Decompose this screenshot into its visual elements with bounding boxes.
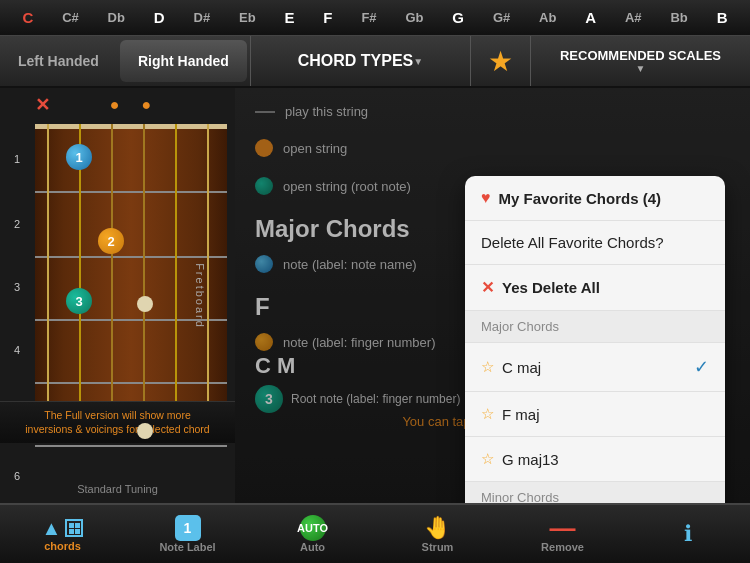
note-Csharp[interactable]: C# xyxy=(58,8,83,27)
open-string-3: ● xyxy=(141,96,151,114)
note-Dsharp[interactable]: D# xyxy=(190,8,215,27)
note-label-text: Note Label xyxy=(159,541,215,553)
toolbar-info[interactable]: ℹ xyxy=(625,521,750,547)
toolbar-note-label[interactable]: 1 Note Label xyxy=(125,515,250,553)
favorites-label: My Favorite Chords (4) xyxy=(499,190,662,207)
major-chords-section-header: Major Chords xyxy=(465,311,725,343)
strum-label: Strum xyxy=(422,541,454,553)
string-G xyxy=(143,124,145,413)
note-Asharp[interactable]: A# xyxy=(621,8,646,27)
fret-4-line xyxy=(35,382,227,384)
dropdown-c-maj[interactable]: ☆ C maj ✓ xyxy=(465,343,725,392)
note-B[interactable]: B xyxy=(713,7,732,28)
dropdown-yes-delete[interactable]: ✕ Yes Delete All xyxy=(465,265,725,311)
star-icon-fmaj: ☆ xyxy=(481,405,494,423)
triangle-icon: ▲ xyxy=(42,517,62,540)
remove-label: Remove xyxy=(541,541,584,553)
fret-label-4: 4 xyxy=(14,344,20,356)
fretboard-vertical-label: Fretboard xyxy=(194,263,206,329)
note-Gb[interactable]: Gb xyxy=(401,8,427,27)
f-maj-label: F maj xyxy=(502,406,540,423)
tab-bar: Left Handed Right Handed CHORD TYPES ★ R… xyxy=(0,36,750,88)
finger-dot-2: 2 xyxy=(98,228,124,254)
mute-string-1: ✕ xyxy=(35,94,50,116)
note-A[interactable]: A xyxy=(581,7,600,28)
recommended-scales-button[interactable]: RECOMMENDED SCALES xyxy=(531,36,750,86)
fret-label-6: 6 xyxy=(14,470,20,482)
promo-banner: The Full version will show moreinversion… xyxy=(0,401,235,443)
hand-icon: 🤚 xyxy=(424,515,451,541)
dropdown-g-maj13[interactable]: ☆ G maj13 xyxy=(465,437,725,482)
minor-chords-section-header: Minor Chords xyxy=(465,482,725,503)
right-panel: play this string open string open string… xyxy=(235,88,750,503)
nut-line xyxy=(35,124,227,129)
string-B xyxy=(175,124,177,413)
string-E-low xyxy=(47,124,49,413)
auto-icon: AUTO xyxy=(300,515,326,541)
toolbar-auto[interactable]: AUTO Auto xyxy=(250,515,375,553)
note-G[interactable]: G xyxy=(448,7,468,28)
promo-text: The Full version will show moreinversion… xyxy=(8,408,227,437)
dropdown-menu: ♥ My Favorite Chords (4) Delete All Favo… xyxy=(465,176,725,503)
delete-all-label: Delete All Favorite Chords? xyxy=(481,234,664,251)
toolbar-strum[interactable]: 🤚 Strum xyxy=(375,515,500,553)
dropdown-favorites[interactable]: ♥ My Favorite Chords (4) xyxy=(465,176,725,221)
fret-label-3: 3 xyxy=(14,281,20,293)
finger-dot-3: 3 xyxy=(66,288,92,314)
string-E-high xyxy=(207,124,209,413)
note-Eb[interactable]: Eb xyxy=(235,8,260,27)
star-icon-gmaj13: ☆ xyxy=(481,450,494,468)
finger-dot-open-3 xyxy=(137,296,153,312)
handedness-tabs: Left Handed Right Handed xyxy=(0,36,251,86)
fret-2-line xyxy=(35,256,227,258)
right-handed-tab[interactable]: Right Handed xyxy=(120,40,247,82)
dropdown-delete-all[interactable]: Delete All Favorite Chords? xyxy=(465,221,725,265)
note-Db[interactable]: Db xyxy=(104,8,129,27)
string-D xyxy=(111,124,113,413)
note-label-icon: 1 xyxy=(175,515,201,541)
auto-label: Auto xyxy=(300,541,325,553)
finger-dot-1: 1 xyxy=(66,144,92,170)
note-D[interactable]: D xyxy=(150,7,169,28)
toolbar-chords[interactable]: ▲ chords xyxy=(0,517,125,552)
minus-icon: — xyxy=(550,515,576,541)
star-icon-cmaj: ☆ xyxy=(481,358,494,376)
favorites-star-button[interactable]: ★ xyxy=(471,36,531,86)
chord-types-button[interactable]: CHORD TYPES xyxy=(251,36,471,86)
note-C[interactable]: C xyxy=(18,7,37,28)
x-icon: ✕ xyxy=(481,278,494,297)
note-bar: C C# Db D D# Eb E F F# Gb G G# Ab A A# B… xyxy=(0,0,750,36)
checkmark-icon: ✓ xyxy=(694,356,709,378)
finger-dot-open-5 xyxy=(137,423,153,439)
info-icon: ℹ xyxy=(684,521,692,547)
heart-icon: ♥ xyxy=(481,189,491,207)
open-string-2: ● xyxy=(110,96,120,114)
fret-5-line xyxy=(35,445,227,447)
note-Ab[interactable]: Ab xyxy=(535,8,560,27)
fret-label-2: 2 xyxy=(14,218,20,230)
main-area: ✕ ● ● 1 2 3 4 5 6 1 xyxy=(0,88,750,503)
note-Gsharp[interactable]: G# xyxy=(489,8,514,27)
note-Bb[interactable]: Bb xyxy=(666,8,691,27)
grid-icon xyxy=(65,519,83,537)
chords-label: chords xyxy=(44,540,81,552)
fretboard[interactable]: ✕ ● ● 1 2 3 4 5 6 1 xyxy=(0,88,235,503)
g-maj13-label: G maj13 xyxy=(502,451,559,468)
c-maj-label: C maj xyxy=(502,359,541,376)
dropdown-f-maj[interactable]: ☆ F maj xyxy=(465,392,725,437)
fret-1-line xyxy=(35,191,227,193)
tuning-label: Standard Tuning xyxy=(0,483,235,495)
star-icon: ★ xyxy=(488,45,513,78)
note-Fsharp[interactable]: F# xyxy=(357,8,380,27)
fret-label-1: 1 xyxy=(14,153,20,165)
toolbar-remove[interactable]: — Remove xyxy=(500,515,625,553)
bottom-toolbar: ▲ chords 1 Note Label AUTO Auto 🤚 Strum … xyxy=(0,503,750,563)
note-E[interactable]: E xyxy=(280,7,298,28)
left-handed-tab[interactable]: Left Handed xyxy=(0,36,117,86)
yes-delete-label: Yes Delete All xyxy=(502,279,600,296)
note-F[interactable]: F xyxy=(319,7,336,28)
